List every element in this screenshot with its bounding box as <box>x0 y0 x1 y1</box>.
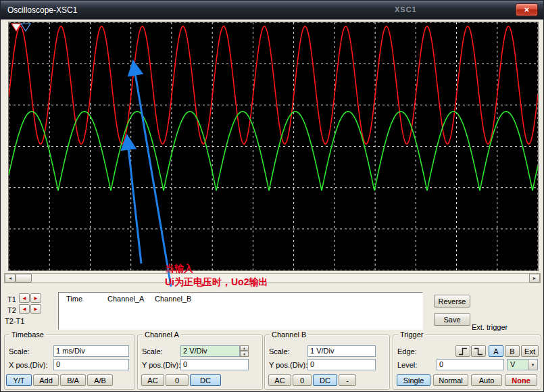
column-time: Time <box>66 295 82 303</box>
channel-b-dc-button[interactable]: DC <box>313 374 337 386</box>
channel-a-scale-spinner: ▲ ▼ <box>240 345 249 357</box>
scroll-right-icon: ► <box>533 276 537 280</box>
yt-mode-button[interactable]: Y/T <box>6 374 32 386</box>
channel-b-ypos-label: Y pos.(Div): <box>269 361 307 369</box>
trigger-level-unit: V <box>510 360 515 368</box>
timebase-scale-label: Scale: <box>9 347 30 356</box>
scroll-thumb[interactable] <box>16 274 32 283</box>
scope-display[interactable] <box>8 22 539 271</box>
channel-b-scale-label: Scale: <box>269 347 290 356</box>
annotation-text-line2: Ui为正电压时，Uo2输出 <box>165 276 268 289</box>
channel-a-scale-field[interactable]: 2 V/Div <box>180 345 240 357</box>
t2-right-button[interactable]: ► <box>30 304 41 314</box>
channel-b-scale-field[interactable]: 1 V/Div <box>307 345 376 357</box>
channel-a-dc-button[interactable]: DC <box>190 374 221 386</box>
dropdown-button[interactable]: ▼ <box>528 360 537 370</box>
ba-mode-button[interactable]: B/A <box>60 374 86 386</box>
t2-left-button[interactable]: ◄ <box>19 304 30 314</box>
rising-edge-icon <box>458 347 468 356</box>
timebase-scale-field[interactable]: 1 ms/Div <box>53 345 129 357</box>
spin-up-button[interactable]: ▲ <box>240 345 249 351</box>
ext-trigger-label: Ext. trigger <box>472 323 508 331</box>
background-label-xsc1: XSC1 <box>395 5 417 14</box>
right-triangle-icon: ► <box>33 295 39 301</box>
trigger-level-field[interactable]: 0 <box>437 359 504 370</box>
scroll-left-icon: ◄ <box>8 276 13 280</box>
trigger-edge-label: Edge: <box>397 347 417 356</box>
timebase-xpos-field[interactable]: 0 <box>53 359 129 370</box>
falling-edge-button[interactable] <box>471 345 486 357</box>
t2-t1-label: T2-T1 <box>5 317 24 325</box>
scroll-right-button[interactable]: ► <box>529 274 540 283</box>
close-button[interactable]: ✕ <box>516 3 538 16</box>
left-triangle-icon: ◄ <box>22 295 27 301</box>
channel-b-ac-button[interactable]: AC <box>268 374 291 386</box>
trigger-source-ext-button[interactable]: Ext <box>521 345 539 357</box>
channel-a-0-button[interactable]: 0 <box>166 374 189 386</box>
scope-canvas <box>9 22 538 270</box>
falling-edge-icon <box>474 347 483 356</box>
trigger-auto-button[interactable]: Auto <box>471 374 502 386</box>
timebase-title: Timebase <box>9 330 46 339</box>
add-mode-button[interactable]: Add <box>33 374 59 386</box>
down-arrow-icon: ▼ <box>243 352 246 356</box>
channel-a-scale-label: Scale: <box>142 347 163 356</box>
channel-b-title: Channel B <box>270 330 308 339</box>
channel-a-ac-button[interactable]: AC <box>141 374 164 386</box>
channel-a-title: Channel A <box>143 330 181 339</box>
trigger-none-button[interactable]: None <box>505 374 537 386</box>
channel-b-wave <box>9 112 538 191</box>
trigger-source-a-button[interactable]: A <box>489 345 503 357</box>
close-icon: ✕ <box>524 6 529 14</box>
column-channel-b: Channel_B <box>155 295 191 303</box>
annotation-text-line1: 当输入 <box>165 263 193 275</box>
left-triangle-icon: ◄ <box>22 306 27 312</box>
t2-label: T2 <box>7 306 16 314</box>
timebase-xpos-label: X pos.(Div): <box>9 361 47 369</box>
window-title: Oscilloscope-XSC1 <box>7 5 77 15</box>
trigger-level-label: Level: <box>397 361 417 369</box>
channel-a-wave <box>9 26 538 144</box>
reverse-button[interactable]: Reverse <box>434 295 470 308</box>
chevron-down-icon: ▼ <box>531 363 535 367</box>
scroll-left-button[interactable]: ◄ <box>5 274 16 283</box>
right-triangle-icon: ► <box>33 306 39 312</box>
trigger-source-b-button[interactable]: B <box>505 345 520 357</box>
trigger-normal-button[interactable]: Normal <box>433 374 468 386</box>
scope-hscrollbar[interactable]: ◄ ► <box>4 273 541 283</box>
spin-down-button[interactable]: ▼ <box>240 351 249 357</box>
measurement-readout: Time Channel_A Channel_B <box>58 292 423 330</box>
channel-b-invert-button[interactable]: - <box>339 374 356 386</box>
rising-edge-button[interactable] <box>455 345 470 357</box>
save-button[interactable]: Save <box>434 313 470 326</box>
oscilloscope-window: Oscilloscope-XSC1 XSC1 ✕ 当输入 Ui为正电压时，Uo2… <box>0 0 544 392</box>
trigger-title: Trigger <box>398 330 425 339</box>
channel-b-ypos-field[interactable]: 0 <box>307 359 376 370</box>
t1-label: T1 <box>7 295 16 303</box>
t1-right-button[interactable]: ► <box>30 293 41 303</box>
trigger-single-button[interactable]: Single <box>397 374 430 386</box>
channel-b-0-button[interactable]: 0 <box>293 374 312 386</box>
ab-mode-button[interactable]: A/B <box>87 374 113 386</box>
title-bar[interactable]: Oscilloscope-XSC1 XSC1 ✕ <box>1 1 543 20</box>
up-arrow-icon: ▲ <box>243 346 246 350</box>
trigger-level-unit-dropdown[interactable]: V ▼ <box>507 359 538 370</box>
channel-a-ypos-field[interactable]: 0 <box>180 359 249 370</box>
channel-a-ypos-label: Y pos.(Div): <box>142 361 180 369</box>
column-channel-a: Channel_A <box>107 295 144 303</box>
t1-left-button[interactable]: ◄ <box>19 293 30 303</box>
